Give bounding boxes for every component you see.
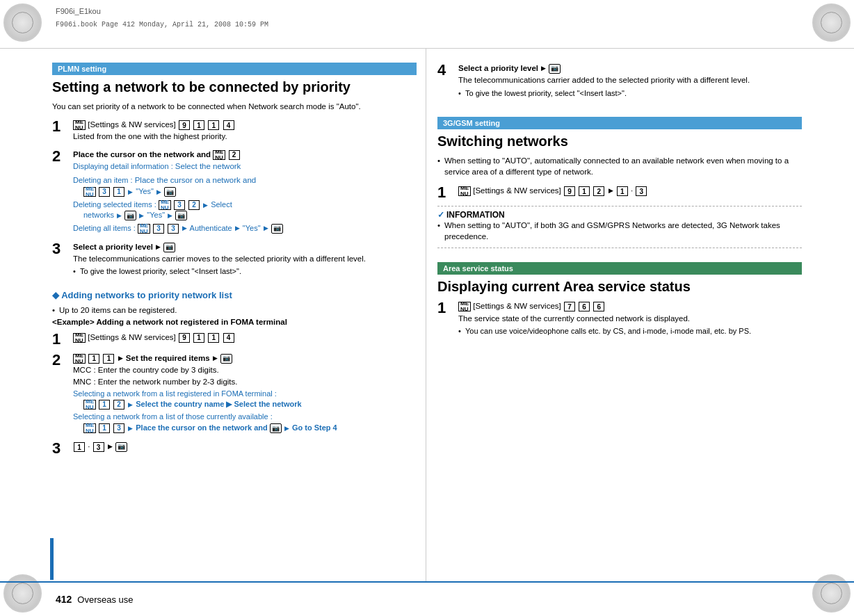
sel1-arrow: ▶ — [128, 400, 133, 410]
arrow-tri-1: ▶ — [128, 188, 133, 197]
info-bullet: When setting to "AUTO", if both 3G and G… — [437, 220, 802, 242]
menu-key-add1: MENU — [73, 333, 86, 343]
sel2-text: Place the cursor on the network and — [136, 423, 270, 432]
menu-key-gsm1: MENU — [458, 186, 471, 196]
adding-bullet-1: Up to 20 items can be registered. — [52, 305, 417, 316]
cam-key-4: 📷 — [271, 224, 283, 234]
add1-key-1b: 1 — [208, 333, 219, 343]
menu-key-3b: MENU — [159, 200, 171, 210]
gsm1-key-1: 1 — [579, 186, 590, 196]
key-2: 2 — [229, 150, 240, 160]
step-3-content: Select a priority level ▶ 📷 The telecomm… — [73, 241, 417, 279]
gsm1-arrow: ▶ — [609, 186, 613, 196]
top-header: F906i_E1kou F906i.book Page 412 Monday, … — [0, 0, 854, 49]
example-text: <Example> Adding a network not registere… — [52, 318, 417, 326]
area-step-num-1: 1 — [437, 300, 455, 316]
adding-step-1: 1 MENU [Settings & NW services] 9 1 1 4 — [52, 332, 417, 347]
key-3a: 3 — [99, 187, 110, 197]
gsm-section-header: 3G/GSM setting — [437, 117, 802, 129]
key-1c: 1 — [113, 187, 124, 197]
gsm-step-1-content: MENU [Settings & NW services] 9 1 2 ▶ 1 … — [458, 185, 802, 197]
yes-2: "Yes" — [147, 211, 165, 219]
step-1: 1 MENU [Settings & NW services] 9 1 1 4 … — [52, 119, 417, 143]
area1-settings: [Settings & NW services] — [473, 302, 563, 310]
plmn-intro-text: You can set priority of a network to be … — [52, 101, 417, 112]
gsm1-dot: · — [631, 186, 635, 195]
gsm1-key-2: 2 — [593, 186, 604, 196]
gsm-section-title: Switching networks — [437, 133, 802, 149]
sel2-key-1: 1 — [99, 423, 110, 433]
spacer-1 — [437, 106, 802, 117]
page-number: 412 — [56, 594, 72, 605]
sel-list-keys: MENU 1 2 ▶ Select the country name ▶ Sel… — [83, 399, 417, 410]
key-1b: 1 — [208, 120, 219, 130]
add2-arrow2: ▶ — [213, 354, 218, 364]
cam-key-add3: 📷 — [115, 442, 127, 452]
sel-avail-keys: MENU 1 3 ▶ Place the cursor on the netwo… — [83, 423, 417, 433]
sel2-goto: Go to Step 4 — [292, 423, 337, 432]
add3-key-1: 1 — [74, 442, 85, 452]
arrow-tri-5: ▶ — [139, 211, 144, 220]
step-4-arrow: ▶ — [541, 64, 546, 74]
delete-item-label: Deleting an item : — [73, 176, 135, 184]
add3-key-3: 3 — [93, 442, 104, 452]
area1-bullet: You can use voice/videophone calls etc. … — [458, 326, 802, 337]
gsm-step-num-1: 1 — [437, 185, 455, 200]
display-label: Displaying detail information : — [73, 162, 175, 170]
content-area: PLMN setting Setting a network to be con… — [52, 49, 802, 581]
step-3-body: The telecommunications carrier moves to … — [73, 253, 417, 265]
gsm-bullet-1: When setting to "AUTO", automatically co… — [437, 155, 802, 177]
gsm1-settings: [Settings & NW services] — [473, 186, 563, 195]
add1-settings: [Settings & NW services] — [88, 333, 178, 341]
area-step-1-content: MENU [Settings & NW services] 7 6 6 The … — [458, 300, 802, 339]
select-networks-text: Select — [211, 200, 232, 209]
key-3b: 3 — [174, 200, 185, 210]
area1-body: The service state of the currently conne… — [458, 313, 802, 325]
key-2b: 2 — [188, 200, 200, 210]
step-4-bullet: To give the lowest priority, select "<In… — [458, 88, 802, 99]
plmn-section-title: Setting a network to be connected by pri… — [52, 79, 417, 95]
cam-key-3: 📷 — [175, 211, 187, 220]
step-4-text: Select a priority level — [458, 64, 540, 72]
step-1-body: Listed from the one with the highest pri… — [73, 131, 417, 143]
gsm-step-1: 1 MENU [Settings & NW services] 9 1 2 ▶ … — [437, 185, 802, 200]
sel2-arrow: ▶ — [128, 424, 133, 433]
sel-avail-label: Selecting a network from a list of those… — [73, 412, 273, 421]
adding-step-1-content: MENU [Settings & NW services] 9 1 1 4 — [73, 332, 417, 343]
delete-item-text: Place the cursor on a network and — [135, 176, 257, 184]
add2-mnc: MNC : Enter the network number by 2-3 di… — [73, 376, 417, 388]
key-4: 4 — [223, 120, 234, 130]
menu-key-2: MENU — [213, 150, 225, 160]
menu-key-add2: MENU — [73, 354, 86, 364]
gsm1-key-9: 9 — [564, 186, 575, 196]
spacer-2 — [437, 179, 802, 185]
step-1-content: MENU [Settings & NW services] 9 1 1 4 Li… — [73, 119, 417, 143]
delete-selected-label: Deleting selected items : — [73, 200, 159, 209]
networks-text: networks — [83, 211, 114, 219]
sel1-text: Select the country name ▶ Select the net… — [136, 400, 301, 408]
add3-dot: · — [88, 442, 92, 451]
area1-key-6a: 6 — [579, 302, 590, 311]
arrow-tri-6: ▶ — [168, 211, 172, 220]
key-3c: 3 — [153, 224, 164, 234]
adding-step-num-2: 2 — [52, 352, 70, 368]
sel2-arrow2: ▶ — [284, 424, 289, 433]
plmn-section-header: PLMN setting — [52, 63, 417, 75]
step-1-settings-label: [Settings & NW services] — [88, 120, 178, 129]
bottom-bar: 412 Overseas use — [0, 581, 854, 616]
delete-selected-cont: networks ▶ 📷 ▶ "Yes" ▶ 📷 — [83, 210, 417, 220]
menu-key-sel2: MENU — [83, 423, 96, 433]
sub-step-display: Displaying detail information : Select t… — [73, 161, 417, 172]
sel1-key-1: 1 — [99, 400, 110, 410]
cam-key-step4: 📷 — [549, 64, 561, 74]
adding-step-2-content: MENU 1 1 ▶ Set the required items ▶ 📷 MC… — [73, 352, 417, 435]
info-title: INFORMATION — [437, 210, 802, 220]
sel-list-label: Selecting a network from a list register… — [73, 389, 277, 398]
display-text: Select the network — [175, 162, 241, 170]
add2-mcc: MCC : Enter the country code by 3 digits… — [73, 364, 417, 376]
adding-heading: Adding networks to priority network list — [52, 290, 417, 300]
area-section-title: Displaying current Area service status — [437, 278, 802, 295]
gsm1-key-3: 3 — [636, 186, 647, 196]
sub-step-sel-avail: Selecting a network from a list of those… — [73, 412, 417, 433]
step-2-content: Place the cursor on the network and MENU… — [73, 149, 417, 236]
